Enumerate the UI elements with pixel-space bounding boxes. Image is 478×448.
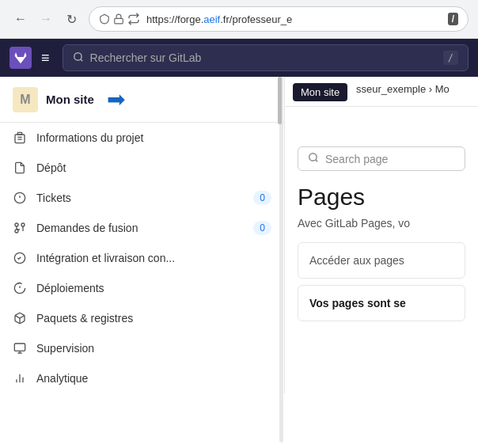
sidebar-label-project-info: Informations du projet <box>36 131 271 144</box>
pages-card-2: Vos pages sont se <box>298 285 465 321</box>
sidebar-label-integration: Intégration et livraison con... <box>36 252 271 264</box>
gitlab-logo <box>9 47 32 69</box>
fusion-badge: 0 <box>253 221 271 235</box>
logo-area: ≡ <box>9 47 53 70</box>
search-page-input[interactable]: Search page <box>298 146 465 171</box>
search-icon <box>73 51 84 65</box>
file-icon <box>13 161 27 175</box>
card-bold-text: Vos pages sont se <box>309 297 406 309</box>
clipboard-icon <box>13 131 27 145</box>
sidebar-scrollbar-track <box>279 77 283 442</box>
pages-card: Accéder aux pages <box>298 242 465 279</box>
sidebar-item-project-info[interactable]: Informations du projet <box>0 123 284 153</box>
monitor-icon <box>13 341 27 355</box>
svg-point-16 <box>309 154 317 161</box>
sidebar-label-tickets: Tickets <box>36 192 244 204</box>
sidebar-item-tickets[interactable]: Tickets 0 <box>0 183 284 213</box>
svg-point-7 <box>15 223 18 226</box>
pages-description: Avec GitLab Pages, vo <box>298 217 465 230</box>
svg-rect-12 <box>14 344 25 351</box>
svg-rect-0 <box>115 18 123 23</box>
url-domain: aeif <box>203 13 220 25</box>
svg-point-8 <box>21 223 25 226</box>
right-content: Search page Pages Avec GitLab Pages, vo … <box>285 107 478 340</box>
hamburger-button[interactable]: ≡ <box>38 47 53 70</box>
sidebar-label-deploiements: Déploiements <box>36 282 271 294</box>
sidebar-label-demandes-fusion: Demandes de fusion <box>36 222 244 234</box>
sidebar-item-demandes-fusion[interactable]: Demandes de fusion 0 <box>0 213 284 243</box>
breadcrumb-text: sseur_exemple › Mo <box>356 83 450 95</box>
deploy-icon <box>13 281 27 295</box>
tooltip: Mon site <box>293 83 347 101</box>
tickets-badge: 0 <box>253 191 271 205</box>
right-panel: Mon site sseur_exemple › Mo Search page <box>285 77 478 442</box>
sidebar-label-paquets: Paquets & registres <box>36 312 271 325</box>
search-page-icon <box>308 152 319 165</box>
breadcrumb: sseur_exemple › Mo <box>356 83 450 95</box>
forward-button[interactable]: → <box>35 8 57 30</box>
back-button[interactable]: ← <box>9 8 32 30</box>
top-nav: ≡ Rechercher sur GitLab / <box>0 39 478 77</box>
security-icons <box>99 13 140 25</box>
ci-icon <box>13 251 27 265</box>
search-page-placeholder: Search page <box>325 153 388 165</box>
reload-button[interactable]: ↻ <box>60 8 82 30</box>
package-icon <box>13 311 27 325</box>
project-avatar: M <box>13 87 38 112</box>
chart-icon <box>13 371 27 385</box>
search-shortcut: / <box>443 51 458 65</box>
svg-point-1 <box>74 52 81 59</box>
browser-nav: ← → ↻ <box>9 8 82 30</box>
global-search-bar[interactable]: Rechercher sur GitLab / <box>63 44 469 71</box>
sidebar-item-depot[interactable]: Dépôt <box>0 153 284 183</box>
sidebar-header: M Mon site ➡ <box>0 77 284 123</box>
sidebar-label-depot: Dépôt <box>36 161 271 174</box>
sidebar-label-analytique: Analytique <box>36 372 271 385</box>
project-name: Mon site <box>46 93 94 106</box>
sidebar: M Mon site ➡ <box>0 77 285 393</box>
sidebar-item-supervision[interactable]: Supervision <box>0 333 284 363</box>
sidebar-item-paquets[interactable]: Paquets & registres <box>0 303 284 333</box>
arrow-indicator: ➡ <box>107 86 125 112</box>
sidebar-item-deploiements[interactable]: Déploiements <box>0 273 284 303</box>
search-placeholder: Rechercher sur GitLab <box>90 51 437 64</box>
sidebar-items: Informations du projet Dépôt <box>0 123 284 393</box>
address-bar[interactable]: https://forge.aeif.fr/professeur_e / <box>89 6 469 32</box>
pages-title: Pages <box>298 184 465 211</box>
sidebar-label-supervision: Supervision <box>36 342 271 355</box>
url-text: https://forge.aeif.fr/professeur_e <box>146 13 442 25</box>
card-text: Accéder aux pages <box>309 254 404 267</box>
sidebar-scrollbar-thumb <box>278 77 282 124</box>
ticket-icon <box>13 191 27 205</box>
search-kbd: / <box>448 13 458 25</box>
merge-icon <box>13 221 27 235</box>
breadcrumb-bar: Mon site sseur_exemple › Mo <box>285 77 478 107</box>
sidebar-item-integration[interactable]: Intégration et livraison con... <box>0 243 284 273</box>
sidebar-item-analytique[interactable]: Analytique <box>0 363 284 393</box>
